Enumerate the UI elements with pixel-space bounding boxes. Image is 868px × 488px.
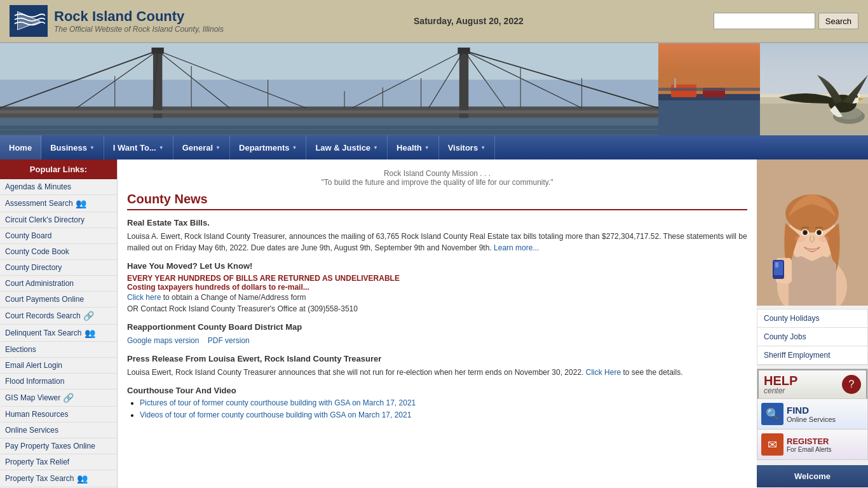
header: Rock Island County The Official Website … — [0, 0, 868, 43]
sidebar-title: Popular Links: — [0, 159, 117, 179]
nav-departments-arrow: ▼ — [292, 145, 297, 151]
svg-rect-33 — [658, 100, 760, 135]
news-pdf-link[interactable]: PDF version — [208, 336, 250, 345]
nav-i-want-to[interactable]: I Want To... ▼ — [104, 135, 173, 159]
content-wrapper: Popular Links: Agendas & Minutes Assessm… — [0, 159, 868, 488]
svg-rect-20 — [0, 111, 658, 114]
find-online-services-button[interactable]: 🔍 FIND Online Services — [757, 399, 867, 430]
sidebar-item-county-directory[interactable]: County Directory — [0, 260, 117, 276]
sheriff-employment-link[interactable]: Sheriff Employment — [757, 346, 867, 365]
sidebar-item-gis[interactable]: GIS Map Viewer 🔗 — [0, 390, 117, 407]
banner-right — [658, 43, 868, 135]
sidebar-item-county-code[interactable]: County Code Book — [0, 244, 117, 260]
search-area: Search — [714, 13, 858, 29]
banner-eagle — [760, 43, 868, 135]
news-taxes-learn-more[interactable]: Learn more... — [494, 243, 539, 252]
search-button[interactable]: Search — [818, 13, 858, 29]
news-taxes-title: Real Estate Tax Bills. — [127, 218, 747, 227]
people-icon-property: 👥 — [77, 473, 88, 484]
svg-rect-2 — [0, 43, 658, 79]
county-info-links: County Holidays County Jobs Sheriff Empl… — [757, 309, 868, 365]
sidebar-item-assessment[interactable]: Assessment Search 👥 — [0, 195, 117, 212]
sidebar-item-pay-taxes[interactable]: Pay Property Taxes Online — [0, 438, 117, 454]
news-press-click-here[interactable]: Click Here — [586, 368, 621, 377]
news-section-press-release: Press Release From Louisa Ewert, Rock Is… — [127, 354, 747, 378]
sidebar-item-circuit-clerk[interactable]: Circuit Clerk's Directory — [0, 212, 117, 228]
nav-home[interactable]: Home — [0, 135, 41, 159]
nav-health-arrow: ▼ — [424, 145, 430, 151]
sidebar-item-human-resources[interactable]: Human Resources — [0, 407, 117, 423]
news-courthouse-title: Courthouse Tour And Video — [127, 386, 747, 395]
news-moved-links: Click here to obtain a Change of Name/Ad… — [127, 292, 747, 315]
news-courthouse-list: Pictures of tour of former county courth… — [140, 398, 747, 419]
help-small-text: center — [764, 387, 785, 395]
main-content: Rock Island County Mission . . . "To bui… — [118, 159, 757, 488]
news-moved-click-here[interactable]: Click here — [127, 293, 161, 302]
sidebar-item-court-admin[interactable]: Court Administration — [0, 276, 117, 292]
svg-rect-6 — [153, 49, 162, 118]
courthouse-pictures-link[interactable]: Pictures of tour of former county courth… — [140, 398, 416, 407]
sidebar-item-court-payments[interactable]: Court Payments Online — [0, 292, 117, 308]
nav-departments[interactable]: Departments ▼ — [230, 135, 306, 159]
main-nav: Home Business ▼ I Want To... ▼ General ▼… — [0, 135, 868, 159]
find-label: FIND — [787, 405, 836, 416]
news-section-reapportionment: Reapportionment County Board District Ma… — [127, 322, 747, 346]
nav-business-arrow: ▼ — [90, 145, 95, 151]
list-item: Videos of tour of former county courthou… — [140, 410, 747, 419]
logo-icon — [10, 5, 48, 37]
news-moved-warning2: Costing taxpayers hundreds of dollars to… — [127, 283, 747, 292]
help-center-button[interactable]: HELP center ? — [757, 369, 867, 399]
news-taxes-body: Louisa A. Ewert, Rock Island County Trea… — [127, 231, 747, 254]
sidebar: Popular Links: Agendas & Minutes Assessm… — [0, 159, 118, 488]
people-icon-tax: 👥 — [85, 328, 95, 338]
nav-visitors-arrow: ▼ — [480, 145, 485, 151]
county-jobs-link[interactable]: County Jobs — [757, 328, 867, 346]
welcome-panel: Welcome Education Economic Development H… — [757, 465, 868, 488]
svg-rect-65 — [775, 262, 778, 268]
nav-law-arrow: ▼ — [373, 145, 378, 151]
help-icon: ? — [842, 375, 861, 394]
quick-links-box: HELP center ? 🔍 FIND Online Services — [757, 369, 868, 460]
svg-rect-8 — [459, 49, 468, 118]
nav-business[interactable]: Business ▼ — [41, 135, 104, 159]
sidebar-item-property-relief[interactable]: Property Tax Relief — [0, 454, 117, 470]
courthouse-videos-link[interactable]: Videos of tour of former county courthou… — [140, 410, 411, 419]
welcome-button[interactable]: Welcome — [757, 465, 868, 487]
sidebar-item-county-board[interactable]: County Board — [0, 228, 117, 244]
sidebar-item-email-alert[interactable]: Email Alert Login — [0, 358, 117, 374]
sidebar-item-agendas[interactable]: Agendas & Minutes — [0, 179, 117, 195]
banner — [0, 43, 868, 135]
search-input[interactable] — [714, 13, 815, 29]
site-subtitle: The Official Website of Rock Island Coun… — [54, 25, 224, 34]
sidebar-item-delinquent-tax[interactable]: Delinquent Tax Search 👥 — [0, 325, 117, 342]
news-google-map-link[interactable]: Google maps version — [127, 336, 199, 345]
sidebar-item-court-records[interactable]: Court Records Search 🔗 — [0, 308, 117, 325]
svg-rect-38 — [658, 43, 760, 94]
sidebar-item-flood[interactable]: Flood Information — [0, 374, 117, 390]
svg-point-66 — [795, 236, 805, 242]
help-big-text: HELP — [764, 374, 797, 387]
sidebar-item-property-search[interactable]: Property Tax Search 👥 — [0, 470, 117, 487]
logo-area: Rock Island County The Official Website … — [10, 5, 224, 37]
site-title: Rock Island County — [54, 8, 224, 25]
nav-general[interactable]: General ▼ — [173, 135, 230, 159]
svg-rect-49 — [760, 43, 868, 94]
sidebar-item-elections[interactable]: Elections — [0, 342, 117, 358]
register-email-alerts-button[interactable]: ✉ REGISTER For Email Alerts — [757, 430, 867, 459]
nav-visitors[interactable]: Visitors ▼ — [439, 135, 495, 159]
news-section-courthouse: Courthouse Tour And Video Pictures of to… — [127, 386, 747, 419]
nav-law-justice[interactable]: Law & Justice ▼ — [306, 135, 388, 159]
county-holidays-link[interactable]: County Holidays — [757, 309, 867, 328]
external-link-icon-gis: 🔗 — [63, 393, 74, 403]
list-item: Pictures of tour of former county courth… — [140, 398, 747, 407]
register-sublabel: For Email Alerts — [787, 446, 832, 453]
news-section-moved: Have You Moved? Let Us Know! EVERY YEAR … — [127, 261, 747, 315]
nav-health[interactable]: Health ▼ — [388, 135, 439, 159]
news-moved-title: Have You Moved? Let Us Know! — [127, 261, 747, 271]
right-panel: County Holidays County Jobs Sheriff Empl… — [757, 159, 868, 488]
nav-iwantto-arrow: ▼ — [159, 145, 164, 151]
sidebar-item-online-services[interactable]: Online Services — [0, 423, 117, 438]
photo-box — [757, 159, 868, 306]
svg-rect-4 — [0, 126, 658, 135]
news-press-title: Press Release From Louisa Ewert, Rock Is… — [127, 354, 747, 363]
